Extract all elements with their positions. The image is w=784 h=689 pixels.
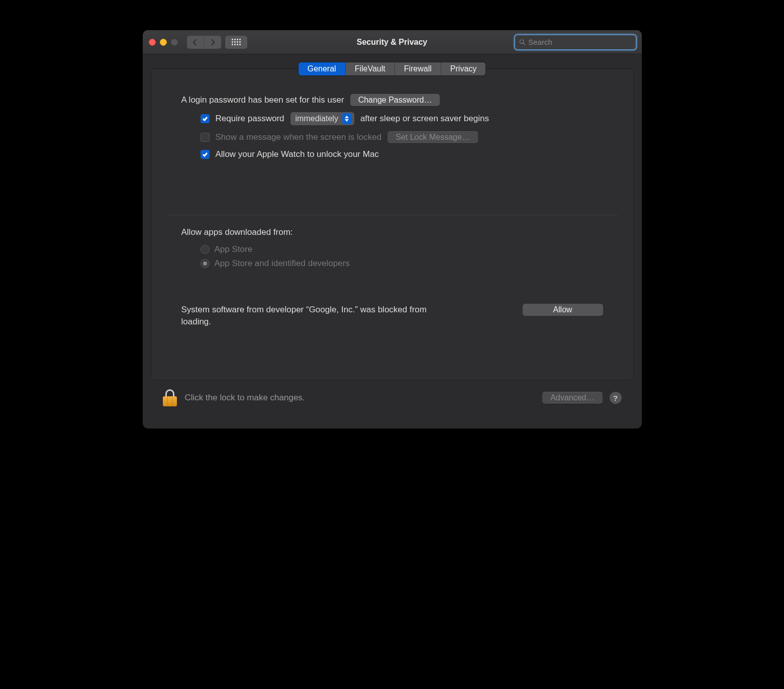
general-panel: A login password has been set for this u… [151, 68, 634, 380]
tab-general[interactable]: General [299, 62, 346, 75]
back-button[interactable] [187, 36, 204, 49]
window-title: Security & Privacy [357, 38, 428, 47]
require-password-delay-value: immediately [296, 114, 338, 123]
checkmark-icon [202, 151, 208, 157]
blocked-software-text: System software from developer “Google, … [181, 304, 453, 328]
search-input[interactable] [528, 38, 631, 46]
advanced-button: Advanced… [542, 392, 602, 404]
forward-button[interactable] [204, 36, 221, 49]
login-password-text: A login password has been set for this u… [181, 95, 344, 105]
tab-firewall[interactable]: Firewall [395, 62, 441, 75]
require-password-checkbox[interactable] [201, 114, 210, 123]
radio-app-store [201, 245, 210, 254]
chevron-right-icon [210, 39, 215, 46]
require-password-suffix: after sleep or screen saver begins [360, 114, 489, 124]
tab-filevault[interactable]: FileVault [346, 62, 395, 75]
preferences-window: Security & Privacy General FileVault Fir… [143, 30, 642, 428]
require-password-delay-select[interactable]: immediately [290, 112, 354, 125]
minimize-window-button[interactable] [160, 39, 167, 46]
chevron-left-icon [192, 39, 198, 46]
radio-app-store-identified [201, 259, 210, 268]
titlebar: Security & Privacy [143, 30, 642, 54]
radio-app-store-identified-label: App Store and identified developers [215, 259, 350, 269]
tab-privacy[interactable]: Privacy [441, 62, 485, 75]
grid-icon [232, 39, 241, 45]
apple-watch-unlock-label: Allow your Apple Watch to unlock your Ma… [216, 149, 379, 159]
search-field[interactable] [515, 35, 636, 49]
traffic-lights [149, 39, 178, 46]
nav-segment [187, 36, 221, 49]
show-lock-message-checkbox [201, 133, 210, 142]
require-password-label: Require password [216, 114, 284, 124]
zoom-window-button [171, 39, 178, 46]
divider [166, 215, 618, 215]
allow-button[interactable]: Allow [523, 304, 603, 316]
footer: Click the lock to make changes. Advanced… [151, 380, 634, 420]
close-window-button[interactable] [149, 39, 156, 46]
checkmark-icon [202, 116, 208, 122]
apple-watch-unlock-checkbox[interactable] [201, 150, 210, 159]
stepper-icon [342, 113, 351, 124]
search-icon [519, 39, 526, 46]
change-password-button[interactable]: Change Password… [350, 94, 440, 106]
allow-apps-heading: Allow apps downloaded from: [181, 227, 603, 237]
set-lock-message-button: Set Lock Message… [387, 131, 478, 143]
show-all-button[interactable] [225, 36, 247, 49]
show-lock-message-label: Show a message when the screen is locked [216, 132, 382, 142]
help-button[interactable]: ? [610, 392, 622, 404]
lock-hint-text: Click the lock to make changes. [185, 393, 535, 403]
radio-app-store-label: App Store [215, 244, 253, 254]
lock-icon[interactable] [163, 389, 177, 406]
